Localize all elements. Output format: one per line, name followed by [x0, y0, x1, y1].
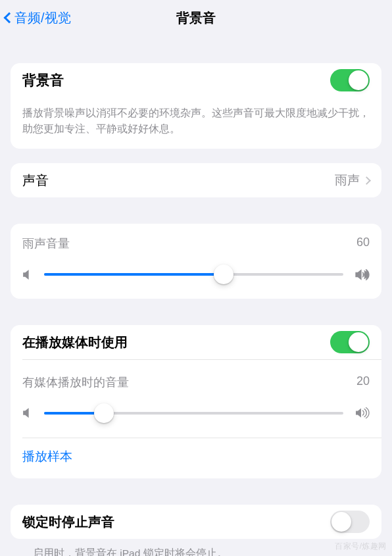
media-volume-slider[interactable] [44, 403, 343, 423]
background-sound-description: 播放背景噪声以消弭不必要的环境杂声。这些声音可最大限度地减少干扰，助您更加专注、… [11, 97, 381, 149]
volume-high-icon [355, 407, 370, 418]
row-lock-stop: 锁定时停止声音 [11, 505, 381, 539]
back-label: 音频/视觉 [14, 9, 71, 27]
rain-volume-block: 雨声音量 60 [11, 224, 381, 299]
back-button[interactable]: 音频/视觉 [5, 0, 71, 36]
label-background-sound: 背景音 [22, 71, 330, 89]
play-sample-button[interactable]: 播放样本 [11, 438, 381, 478]
row-media-toggle: 在播放媒体时使用 [11, 325, 381, 359]
page-title: 背景音 [176, 9, 216, 27]
media-volume-block: 有媒体播放时的音量 20 [11, 360, 381, 438]
label-lock-stop: 锁定时停止声音 [22, 513, 330, 531]
volume-high-icon [355, 269, 370, 280]
media-toggle-switch[interactable] [330, 331, 370, 353]
group-background-sound: 背景音 播放背景噪声以消弭不必要的环境杂声。这些声音可最大限度地减少干扰，助您更… [11, 63, 381, 149]
label-sound: 声音 [22, 172, 335, 190]
lock-stop-description: 启用时，背景音在 iPad 锁定时将会停止。 [11, 539, 381, 556]
chevron-left-icon [4, 13, 15, 24]
row-sound-select[interactable]: 声音 雨声 [11, 163, 381, 197]
group-lock-stop: 锁定时停止声音 [11, 505, 381, 539]
group-media: 在播放媒体时使用 有媒体播放时的音量 20 [11, 325, 381, 478]
label-media-toggle: 在播放媒体时使用 [22, 334, 330, 351]
nav-bar: 音频/视觉 背景音 [0, 0, 392, 36]
volume-low-icon [22, 269, 32, 280]
rain-volume-slider[interactable] [44, 265, 343, 284]
media-volume-label: 有媒体播放时的音量 [22, 374, 129, 390]
row-background-sound-toggle: 背景音 [11, 63, 381, 97]
rain-volume-label: 雨声音量 [22, 236, 70, 251]
value-sound: 雨声 [335, 172, 360, 189]
group-sound-select: 声音 雨声 [11, 163, 381, 197]
chevron-right-icon [362, 176, 371, 185]
media-volume-value: 20 [356, 374, 370, 390]
background-sound-switch[interactable] [330, 69, 370, 91]
rain-volume-value: 60 [356, 236, 370, 251]
volume-low-icon [22, 407, 32, 418]
lock-stop-switch[interactable] [330, 511, 370, 533]
group-rain-volume: 雨声音量 60 [11, 224, 381, 299]
